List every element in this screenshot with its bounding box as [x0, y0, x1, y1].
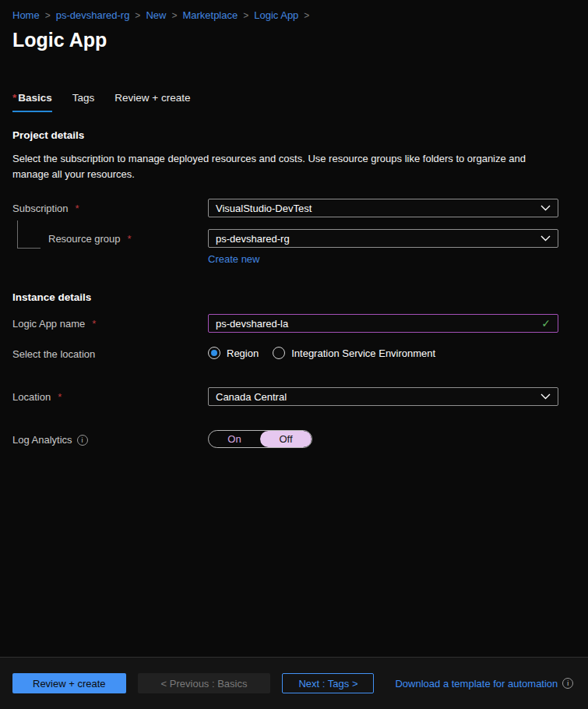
resource-group-dropdown[interactable]: ps-devshared-rg [208, 229, 558, 248]
tab-basics-label: Basics [18, 92, 52, 104]
resource-group-connector-line [17, 220, 40, 249]
location-label: Location* [12, 387, 208, 403]
download-template-link-label: Download a template for automation [395, 678, 558, 690]
resource-group-value: ps-devshared-rg [216, 233, 290, 245]
tab-review-create[interactable]: Review + create [114, 92, 190, 112]
breadcrumb-separator: > [304, 10, 309, 21]
required-asterisk: * [58, 391, 62, 403]
radio-selected-icon [208, 347, 220, 359]
tab-tags-label: Tags [72, 92, 95, 104]
log-analytics-label-text: Log Analytics [12, 434, 72, 446]
resource-group-control: ps-devshared-rg Create new [208, 229, 558, 266]
create-new-link[interactable]: Create new [208, 253, 259, 265]
subscription-label: Subscription* [12, 199, 208, 214]
location-type-label-text: Select the location [12, 348, 95, 360]
breadcrumb-separator: > [45, 10, 51, 21]
tab-basics[interactable]: *Basics [12, 92, 52, 112]
radio-region-label: Region [227, 347, 259, 359]
log-analytics-label: Log Analytics i [12, 430, 208, 446]
previous-basics-button[interactable]: < Previous : Basics [138, 673, 271, 693]
chevron-down-icon [540, 205, 551, 211]
required-asterisk: * [12, 92, 16, 104]
logic-app-name-label-text: Logic App name [12, 318, 85, 330]
required-asterisk: * [128, 233, 132, 245]
resource-group-row: Resource group* ps-devshared-rg Create n… [12, 229, 576, 266]
tab-tags[interactable]: Tags [72, 92, 95, 112]
breadcrumb-new[interactable]: New [146, 9, 166, 21]
location-value: Canada Central [216, 391, 287, 403]
location-type-row: Select the location Region Integration S… [12, 344, 576, 360]
info-icon[interactable]: i [77, 435, 88, 446]
location-row: Location* Canada Central [12, 387, 576, 406]
toggle-off-option[interactable]: Off [260, 431, 312, 447]
location-type-radio-group: Region Integration Service Environment [208, 344, 435, 359]
project-details-heading: Project details [12, 129, 576, 141]
location-label-text: Location [12, 391, 51, 403]
logic-app-name-input[interactable] [216, 318, 541, 330]
review-create-button[interactable]: Review + create [12, 673, 126, 693]
breadcrumb-separator: > [243, 10, 248, 21]
radio-ise-label: Integration Service Environment [291, 347, 435, 359]
next-tags-button[interactable]: Next : Tags > [282, 673, 374, 693]
subscription-dropdown[interactable]: VisualStudio-DevTest [208, 199, 558, 217]
footer-action-bar: Review + create < Previous : Basics Next… [0, 657, 588, 709]
info-icon[interactable]: i [562, 678, 573, 689]
required-asterisk: * [76, 203, 79, 214]
chevron-down-icon [540, 393, 551, 400]
log-analytics-row: Log Analytics i On Off [12, 430, 576, 448]
breadcrumb-home[interactable]: Home [12, 9, 40, 21]
logic-app-name-input-box: ✓ [208, 314, 558, 333]
breadcrumb: Home > ps-devshared-rg > New > Marketpla… [12, 0, 576, 21]
subscription-label-text: Subscription [12, 203, 69, 214]
download-template-link[interactable]: Download a template for automation i [395, 678, 573, 690]
log-analytics-toggle: On Off [208, 430, 312, 448]
location-dropdown[interactable]: Canada Central [208, 387, 558, 406]
chevron-down-icon [540, 235, 551, 242]
subscription-row: Subscription* VisualStudio-DevTest [12, 199, 576, 217]
breadcrumb-logic-app[interactable]: Logic App [254, 9, 298, 21]
location-type-label: Select the location [12, 344, 208, 360]
toggle-on-option[interactable]: On [209, 431, 260, 447]
main-content: Home > ps-devshared-rg > New > Marketpla… [0, 0, 588, 448]
instance-details-heading: Instance details [12, 291, 576, 303]
breadcrumb-marketplace[interactable]: Marketplace [182, 9, 238, 21]
logic-app-name-row: Logic App name* ✓ [12, 314, 576, 333]
project-details-description: Select the subscription to manage deploy… [12, 151, 558, 182]
valid-check-icon: ✓ [541, 317, 551, 330]
resource-group-label-text: Resource group [48, 233, 121, 245]
breadcrumb-separator: > [135, 10, 140, 21]
breadcrumb-separator: > [171, 10, 177, 21]
subscription-value: VisualStudio-DevTest [216, 203, 312, 214]
page-title: Logic App [12, 29, 576, 51]
radio-integration-service-environment[interactable]: Integration Service Environment [273, 347, 435, 359]
tab-bar: *Basics Tags Review + create [12, 92, 576, 112]
radio-region[interactable]: Region [208, 347, 259, 359]
radio-unselected-icon [273, 347, 285, 359]
required-asterisk: * [92, 318, 96, 330]
logic-app-name-label: Logic App name* [12, 314, 208, 330]
project-details-form: Subscription* VisualStudio-DevTest Resou… [12, 199, 576, 266]
resource-group-label: Resource group* [12, 229, 208, 245]
breadcrumb-resource-group[interactable]: ps-devshared-rg [56, 9, 130, 21]
tab-review-create-label: Review + create [114, 92, 190, 104]
